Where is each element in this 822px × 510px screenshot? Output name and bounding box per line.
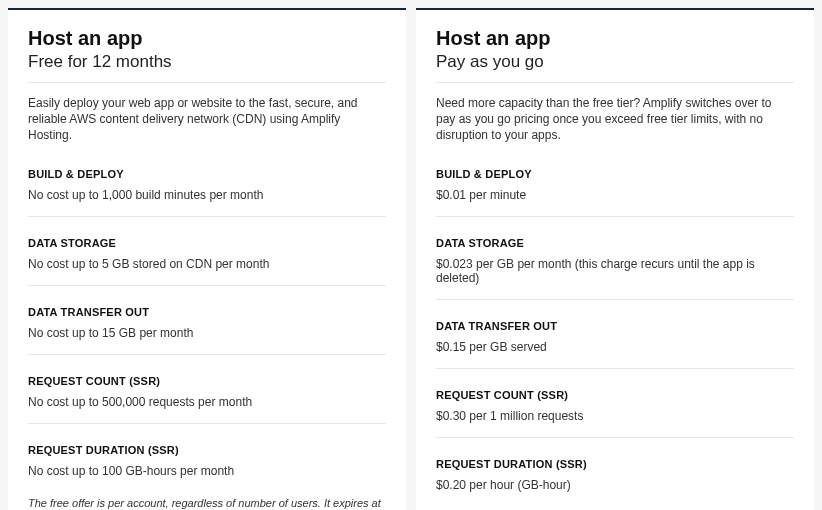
section-value: No cost up to 1,000 build minutes per mo… bbox=[28, 188, 386, 217]
section-value: $0.023 per GB per month (this charge rec… bbox=[436, 257, 794, 300]
section-value: No cost up to 15 GB per month bbox=[28, 326, 386, 355]
card-description: Need more capacity than the free tier? A… bbox=[436, 95, 794, 144]
section-value: No cost up to 5 GB stored on CDN per mon… bbox=[28, 257, 386, 286]
section-label: REQUEST DURATION (SSR) bbox=[436, 458, 794, 470]
section-value: $0.01 per minute bbox=[436, 188, 794, 217]
section-value: $0.30 per 1 million requests bbox=[436, 409, 794, 438]
card-description: Easily deploy your web app or website to… bbox=[28, 95, 386, 144]
pricing-card-payg: Host an app Pay as you go Need more capa… bbox=[416, 8, 814, 510]
section-label: DATA TRANSFER OUT bbox=[28, 306, 386, 318]
section-label: DATA STORAGE bbox=[28, 237, 386, 249]
section-request-count: REQUEST COUNT (SSR) No cost up to 500,00… bbox=[28, 375, 386, 424]
section-label: BUILD & DEPLOY bbox=[436, 168, 794, 180]
section-value: $0.20 per hour (GB-hour) bbox=[436, 478, 794, 496]
section-build-deploy: BUILD & DEPLOY $0.01 per minute bbox=[436, 168, 794, 217]
section-data-storage: DATA STORAGE $0.023 per GB per month (th… bbox=[436, 237, 794, 300]
section-label: REQUEST DURATION (SSR) bbox=[28, 444, 386, 456]
card-footnote: The free offer is per account, regardles… bbox=[28, 496, 386, 510]
section-label: DATA STORAGE bbox=[436, 237, 794, 249]
section-data-storage: DATA STORAGE No cost up to 5 GB stored o… bbox=[28, 237, 386, 286]
section-request-duration: REQUEST DURATION (SSR) No cost up to 100… bbox=[28, 444, 386, 482]
section-value: $0.15 per GB served bbox=[436, 340, 794, 369]
section-data-transfer: DATA TRANSFER OUT No cost up to 15 GB pe… bbox=[28, 306, 386, 355]
section-label: REQUEST COUNT (SSR) bbox=[436, 389, 794, 401]
section-request-count: REQUEST COUNT (SSR) $0.30 per 1 million … bbox=[436, 389, 794, 438]
section-value: No cost up to 100 GB-hours per month bbox=[28, 464, 386, 482]
pricing-card-free: Host an app Free for 12 months Easily de… bbox=[8, 8, 406, 510]
card-title: Host an app bbox=[436, 26, 794, 50]
section-label: REQUEST COUNT (SSR) bbox=[28, 375, 386, 387]
card-subtitle: Pay as you go bbox=[436, 52, 794, 83]
section-request-duration: REQUEST DURATION (SSR) $0.20 per hour (G… bbox=[436, 458, 794, 496]
section-data-transfer: DATA TRANSFER OUT $0.15 per GB served bbox=[436, 320, 794, 369]
section-build-deploy: BUILD & DEPLOY No cost up to 1,000 build… bbox=[28, 168, 386, 217]
card-subtitle: Free for 12 months bbox=[28, 52, 386, 83]
section-value: No cost up to 500,000 requests per month bbox=[28, 395, 386, 424]
section-label: BUILD & DEPLOY bbox=[28, 168, 386, 180]
section-label: DATA TRANSFER OUT bbox=[436, 320, 794, 332]
card-title: Host an app bbox=[28, 26, 386, 50]
